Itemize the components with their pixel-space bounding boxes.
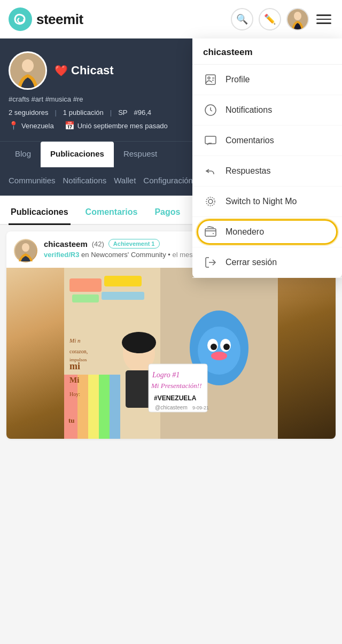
join-date-text: Unió septiembre mes pasado — [77, 122, 168, 130]
svg-rect-42 — [110, 375, 120, 439]
dropdown-item-monedero[interactable]: Monedero — [192, 217, 342, 247]
steemit-logo-icon — [9, 7, 32, 31]
svg-rect-39 — [77, 375, 88, 439]
join-date-item: 📅 Unió septiembre mes pasado — [65, 121, 168, 130]
respuestas-label: Respuestas — [226, 166, 271, 176]
svg-text:Mi: Mi — [69, 376, 79, 384]
achievement-badge[interactable]: Achievement 1 — [108, 239, 160, 249]
cerrar-sesion-icon — [203, 255, 218, 270]
edit-button[interactable]: ✏️ — [259, 8, 281, 30]
svg-rect-38 — [64, 375, 77, 439]
profile-name: ❤️ Chicast — [55, 64, 113, 77]
notifications-icon — [203, 103, 218, 118]
svg-point-30 — [122, 332, 156, 353]
profile-icon — [203, 72, 218, 87]
content-tab-publicaciones[interactable]: Publicaciones — [9, 203, 71, 225]
cerrar-sesion-label: Cerrar sesión — [226, 258, 277, 267]
svg-text:Logro #1: Logro #1 — [152, 371, 180, 379]
page-wrapper: steemit 🔍 ✏️ — [0, 0, 342, 439]
post-author-name[interactable]: chicasteem — [44, 239, 88, 249]
post-image[interactable]: Logro #1 Mi Presentación!! #VENEZUELA @c… — [6, 268, 336, 439]
svg-rect-40 — [88, 375, 99, 439]
respuestas-icon — [203, 164, 218, 179]
svg-text:Mi n: Mi n — [69, 337, 81, 344]
svg-point-27 — [223, 344, 230, 350]
svg-rect-18 — [72, 294, 99, 302]
heart-icon: ❤️ — [55, 64, 68, 77]
svg-rect-19 — [102, 292, 144, 300]
profile-info: ❤️ Chicast — [55, 64, 113, 77]
svg-point-8 — [206, 197, 215, 206]
profile-avatar — [9, 51, 47, 90]
edit-icon: ✏️ — [264, 13, 276, 25]
logo-area: steemit — [9, 7, 231, 31]
svg-text:tu: tu — [68, 416, 75, 424]
tab-respuestas[interactable]: Respuest — [114, 142, 167, 167]
night-mode-icon — [203, 194, 218, 209]
search-button[interactable]: 🔍 — [231, 8, 253, 30]
svg-point-13 — [22, 243, 29, 252]
location-icon: 📍 — [9, 121, 19, 130]
dropdown-item-night-mode[interactable]: Switch to Night Mo — [192, 187, 342, 217]
calendar-icon: 📅 — [65, 121, 75, 130]
dropdown-item-comentarios[interactable]: Comentarios — [192, 126, 342, 156]
dropdown-username: chicasteem — [192, 38, 342, 65]
svg-rect-3 — [206, 75, 215, 84]
post-reputation: (42) — [92, 240, 104, 248]
post-image-svg: Logro #1 Mi Presentación!! #VENEZUELA @c… — [64, 268, 278, 439]
svg-rect-16 — [69, 278, 102, 292]
post-community-name[interactable]: Newcomers' Community — [91, 251, 166, 259]
post-community-separator: en — [81, 251, 89, 259]
header: steemit 🔍 ✏️ — [0, 0, 342, 38]
svg-point-26 — [211, 344, 217, 350]
svg-rect-17 — [104, 276, 142, 286]
svg-point-4 — [208, 77, 210, 79]
notifications-label: Notifications — [226, 105, 272, 115]
search-icon: 🔍 — [236, 13, 248, 25]
dropdown-menu: chicasteem Profile — [192, 38, 342, 278]
sp-label: SP — [118, 108, 127, 117]
svg-text:corazon,: corazon, — [69, 348, 88, 354]
svg-rect-41 — [99, 375, 110, 439]
dropdown-item-respuestas[interactable]: Respuestas — [192, 156, 342, 187]
hamburger-menu[interactable] — [314, 10, 333, 29]
profile-label: Profile — [226, 75, 250, 84]
svg-text:mi: mi — [69, 361, 80, 371]
svg-text:#VENEZUELA: #VENEZUELA — [154, 394, 197, 402]
comentarios-label: Comentarios — [226, 136, 274, 145]
nav-communities[interactable]: Communities — [9, 173, 63, 188]
tab-blog[interactable]: Blog — [5, 142, 41, 167]
dropdown-item-cerrar-sesion[interactable]: Cerrar sesión — [192, 247, 342, 278]
header-actions: 🔍 ✏️ — [231, 8, 333, 30]
content-tab-pagos[interactable]: Pagos — [152, 203, 182, 225]
svg-rect-9 — [205, 229, 216, 236]
post-author-avatar[interactable] — [14, 239, 37, 262]
location-text: Venezuela — [21, 122, 54, 130]
nav-notifications[interactable]: Notifications — [63, 173, 114, 188]
comentarios-icon — [203, 133, 218, 148]
content-tab-comentarios[interactable]: Comentarios — [83, 203, 140, 225]
svg-text:Mi Presentación!!: Mi Presentación!! — [151, 382, 201, 390]
publications-count: 1 publicación — [63, 108, 104, 117]
nav-configuracion[interactable]: Configuración — [143, 173, 200, 188]
night-mode-label: Switch to Night Mo — [226, 197, 297, 206]
svg-point-28 — [211, 352, 227, 360]
dropdown-item-profile[interactable]: Profile — [192, 65, 342, 95]
logo-text: steemit — [36, 11, 83, 28]
verified-badge: verified/R3 — [44, 251, 79, 259]
svg-point-7 — [208, 199, 213, 204]
location-item: 📍 Venezuela — [9, 121, 54, 130]
svg-text:9-09-21: 9-09-21 — [192, 405, 209, 410]
monedero-icon — [203, 224, 218, 239]
svg-point-0 — [9, 7, 32, 31]
nav-wallet[interactable]: Wallet — [114, 173, 143, 188]
svg-point-11 — [22, 59, 34, 72]
svg-text:Hoy:: Hoy: — [69, 391, 80, 397]
dropdown-item-notifications[interactable]: Notifications — [192, 95, 342, 126]
svg-text:@chicasteem: @chicasteem — [155, 405, 188, 410]
tab-publicaciones[interactable]: Publicaciones — [41, 142, 114, 167]
avatar-image — [287, 9, 308, 29]
user-avatar[interactable] — [286, 8, 309, 30]
sp-value: #96,4 — [134, 108, 151, 117]
followers-count: 2 seguidores — [9, 108, 48, 117]
